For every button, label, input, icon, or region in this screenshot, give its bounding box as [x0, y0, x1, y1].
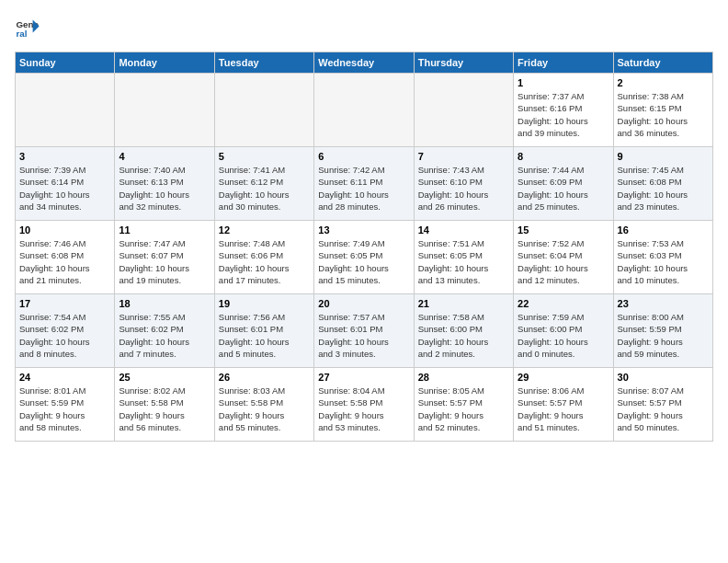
weekday-header: Thursday	[414, 52, 513, 74]
calendar-cell: 15Sunrise: 7:52 AM Sunset: 6:04 PM Dayli…	[514, 221, 613, 294]
calendar-cell: 20Sunrise: 7:57 AM Sunset: 6:01 PM Dayli…	[314, 294, 414, 368]
calendar-week-row: 17Sunrise: 7:54 AM Sunset: 6:02 PM Dayli…	[16, 294, 713, 368]
day-info: Sunrise: 7:37 AM Sunset: 6:16 PM Dayligh…	[518, 90, 609, 139]
weekday-header: Friday	[514, 52, 613, 74]
day-number: 3	[19, 151, 110, 162]
day-info: Sunrise: 7:48 AM Sunset: 6:06 PM Dayligh…	[219, 237, 310, 286]
calendar-cell: 23Sunrise: 8:00 AM Sunset: 5:59 PM Dayli…	[613, 294, 712, 368]
day-info: Sunrise: 7:41 AM Sunset: 6:12 PM Dayligh…	[219, 164, 310, 213]
day-info: Sunrise: 8:01 AM Sunset: 5:59 PM Dayligh…	[19, 385, 110, 433]
day-info: Sunrise: 7:51 AM Sunset: 6:05 PM Dayligh…	[418, 237, 509, 286]
calendar-cell: 24Sunrise: 8:01 AM Sunset: 5:59 PM Dayli…	[16, 368, 115, 442]
weekday-header: Monday	[115, 52, 214, 74]
calendar-cell	[16, 74, 115, 147]
calendar-header-row: SundayMondayTuesdayWednesdayThursdayFrid…	[16, 52, 713, 74]
calendar-cell: 3Sunrise: 7:39 AM Sunset: 6:14 PM Daylig…	[16, 147, 115, 221]
calendar-cell: 22Sunrise: 7:59 AM Sunset: 6:00 PM Dayli…	[514, 294, 613, 368]
calendar-cell: 5Sunrise: 7:41 AM Sunset: 6:12 PM Daylig…	[214, 147, 313, 221]
calendar-cell	[414, 74, 513, 147]
calendar-cell: 7Sunrise: 7:43 AM Sunset: 6:10 PM Daylig…	[414, 147, 513, 221]
calendar-cell: 17Sunrise: 7:54 AM Sunset: 6:02 PM Dayli…	[16, 294, 115, 368]
svg-text:ral: ral	[16, 29, 27, 39]
calendar-cell: 21Sunrise: 7:58 AM Sunset: 6:00 PM Dayli…	[414, 294, 513, 368]
calendar-cell: 13Sunrise: 7:49 AM Sunset: 6:05 PM Dayli…	[314, 221, 414, 294]
day-info: Sunrise: 7:47 AM Sunset: 6:07 PM Dayligh…	[119, 237, 210, 286]
day-number: 28	[418, 372, 509, 383]
calendar-week-row: 1Sunrise: 7:37 AM Sunset: 6:16 PM Daylig…	[16, 74, 713, 147]
calendar-cell: 6Sunrise: 7:42 AM Sunset: 6:11 PM Daylig…	[314, 147, 414, 221]
day-number: 11	[119, 224, 210, 236]
day-number: 13	[318, 224, 409, 236]
day-number: 30	[618, 372, 709, 383]
day-info: Sunrise: 7:46 AM Sunset: 6:08 PM Dayligh…	[19, 237, 110, 286]
day-number: 17	[19, 298, 110, 309]
day-info: Sunrise: 7:40 AM Sunset: 6:13 PM Dayligh…	[119, 164, 210, 213]
day-info: Sunrise: 7:58 AM Sunset: 6:00 PM Dayligh…	[418, 311, 509, 360]
calendar-cell: 14Sunrise: 7:51 AM Sunset: 6:05 PM Dayli…	[414, 221, 513, 294]
calendar-cell	[214, 74, 313, 147]
calendar-cell: 26Sunrise: 8:03 AM Sunset: 5:58 PM Dayli…	[214, 368, 313, 442]
weekday-header: Tuesday	[214, 52, 313, 74]
day-number: 12	[219, 224, 310, 236]
calendar-cell: 28Sunrise: 8:05 AM Sunset: 5:57 PM Dayli…	[414, 368, 513, 442]
day-number: 21	[418, 298, 509, 309]
weekday-header: Wednesday	[314, 52, 414, 74]
calendar-cell: 4Sunrise: 7:40 AM Sunset: 6:13 PM Daylig…	[115, 147, 214, 221]
calendar: SundayMondayTuesdayWednesdayThursdayFrid…	[15, 52, 713, 442]
day-info: Sunrise: 7:57 AM Sunset: 6:01 PM Dayligh…	[318, 311, 409, 360]
day-number: 6	[318, 151, 409, 162]
day-number: 26	[219, 372, 310, 383]
day-number: 16	[618, 224, 709, 236]
day-number: 24	[19, 372, 110, 383]
calendar-cell: 2Sunrise: 7:38 AM Sunset: 6:15 PM Daylig…	[613, 74, 712, 147]
logo: Gene ral	[15, 15, 44, 40]
day-number: 9	[618, 151, 709, 162]
day-info: Sunrise: 7:38 AM Sunset: 6:15 PM Dayligh…	[618, 90, 709, 139]
calendar-cell: 27Sunrise: 8:04 AM Sunset: 5:58 PM Dayli…	[314, 368, 414, 442]
calendar-week-row: 3Sunrise: 7:39 AM Sunset: 6:14 PM Daylig…	[16, 147, 713, 221]
day-number: 7	[418, 151, 509, 162]
day-info: Sunrise: 7:52 AM Sunset: 6:04 PM Dayligh…	[518, 237, 609, 286]
day-info: Sunrise: 7:44 AM Sunset: 6:09 PM Dayligh…	[518, 164, 609, 213]
calendar-cell	[314, 74, 414, 147]
calendar-cell: 1Sunrise: 7:37 AM Sunset: 6:16 PM Daylig…	[514, 74, 613, 147]
logo-icon: Gene ral	[15, 15, 40, 40]
day-number: 2	[618, 77, 709, 88]
day-number: 27	[318, 372, 409, 383]
day-info: Sunrise: 8:04 AM Sunset: 5:58 PM Dayligh…	[318, 385, 409, 433]
calendar-cell: 12Sunrise: 7:48 AM Sunset: 6:06 PM Dayli…	[214, 221, 313, 294]
day-info: Sunrise: 7:39 AM Sunset: 6:14 PM Dayligh…	[19, 164, 110, 213]
calendar-cell: 10Sunrise: 7:46 AM Sunset: 6:08 PM Dayli…	[16, 221, 115, 294]
day-info: Sunrise: 7:59 AM Sunset: 6:00 PM Dayligh…	[518, 311, 609, 360]
day-number: 10	[19, 224, 110, 236]
day-info: Sunrise: 7:55 AM Sunset: 6:02 PM Dayligh…	[119, 311, 210, 360]
day-number: 22	[518, 298, 609, 309]
calendar-cell	[115, 74, 214, 147]
calendar-cell: 29Sunrise: 8:06 AM Sunset: 5:57 PM Dayli…	[514, 368, 613, 442]
day-number: 29	[518, 372, 609, 383]
calendar-cell: 16Sunrise: 7:53 AM Sunset: 6:03 PM Dayli…	[613, 221, 712, 294]
day-info: Sunrise: 7:53 AM Sunset: 6:03 PM Dayligh…	[618, 237, 709, 286]
day-number: 14	[418, 224, 509, 236]
day-info: Sunrise: 7:56 AM Sunset: 6:01 PM Dayligh…	[219, 311, 310, 360]
day-info: Sunrise: 8:02 AM Sunset: 5:58 PM Dayligh…	[119, 385, 210, 433]
calendar-cell: 19Sunrise: 7:56 AM Sunset: 6:01 PM Dayli…	[214, 294, 313, 368]
day-number: 25	[119, 372, 210, 383]
day-number: 18	[119, 298, 210, 309]
day-info: Sunrise: 8:05 AM Sunset: 5:57 PM Dayligh…	[418, 385, 509, 433]
calendar-week-row: 10Sunrise: 7:46 AM Sunset: 6:08 PM Dayli…	[16, 221, 713, 294]
day-info: Sunrise: 7:49 AM Sunset: 6:05 PM Dayligh…	[318, 237, 409, 286]
day-number: 4	[119, 151, 210, 162]
weekday-header: Saturday	[613, 52, 712, 74]
day-info: Sunrise: 7:54 AM Sunset: 6:02 PM Dayligh…	[19, 311, 110, 360]
calendar-cell: 11Sunrise: 7:47 AM Sunset: 6:07 PM Dayli…	[115, 221, 214, 294]
weekday-header: Sunday	[16, 52, 115, 74]
day-info: Sunrise: 8:07 AM Sunset: 5:57 PM Dayligh…	[618, 385, 709, 433]
day-info: Sunrise: 8:00 AM Sunset: 5:59 PM Dayligh…	[618, 311, 709, 360]
day-info: Sunrise: 8:03 AM Sunset: 5:58 PM Dayligh…	[219, 385, 310, 433]
calendar-cell: 30Sunrise: 8:07 AM Sunset: 5:57 PM Dayli…	[613, 368, 712, 442]
day-info: Sunrise: 8:06 AM Sunset: 5:57 PM Dayligh…	[518, 385, 609, 433]
day-number: 5	[219, 151, 310, 162]
day-number: 1	[518, 77, 609, 88]
day-number: 8	[518, 151, 609, 162]
